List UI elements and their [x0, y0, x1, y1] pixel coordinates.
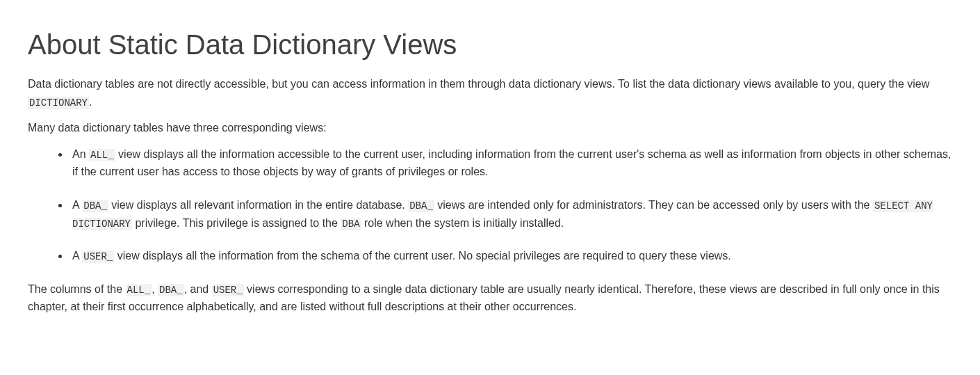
- intro-paragraph-2: Many data dictionary tables have three c…: [28, 119, 952, 137]
- text: view displays all the information from t…: [114, 250, 731, 262]
- text: view displays all relevant information i…: [108, 199, 408, 211]
- code-all: ALL_: [126, 284, 152, 296]
- text: The columns of the: [28, 283, 126, 295]
- list-item: An ALL_ view displays all the informatio…: [70, 145, 952, 181]
- text: A: [72, 199, 82, 211]
- code-dba: DBA_: [408, 200, 434, 212]
- code-user: USER_: [212, 284, 244, 296]
- outro-paragraph: The columns of the ALL_, DBA_, and USER_…: [28, 280, 952, 316]
- text: views are intended only for administrato…: [434, 199, 873, 211]
- text: , and: [184, 283, 212, 295]
- code-user: USER_: [82, 250, 114, 263]
- views-list: An ALL_ view displays all the informatio…: [28, 145, 952, 265]
- code-dba-role: DBA: [341, 218, 361, 230]
- text: A: [72, 250, 82, 262]
- code-all: ALL_: [89, 149, 115, 161]
- text: ,: [152, 283, 158, 295]
- text: role when the system is initially instal…: [361, 217, 564, 229]
- text: privilege. This privilege is assigned to…: [132, 217, 341, 229]
- page-title: About Static Data Dictionary Views: [28, 28, 952, 61]
- list-item: A USER_ view displays all the informatio…: [70, 247, 952, 265]
- text: Data dictionary tables are not directly …: [28, 78, 929, 90]
- text: .: [89, 96, 92, 108]
- code-dba: DBA_: [158, 284, 184, 296]
- code-dba: DBA_: [82, 200, 108, 212]
- text: view displays all the information access…: [72, 148, 951, 178]
- list-item: A DBA_ view displays all relevant inform…: [70, 196, 952, 232]
- text: An: [72, 148, 89, 160]
- intro-paragraph-1: Data dictionary tables are not directly …: [28, 75, 952, 111]
- code-dictionary: DICTIONARY: [28, 97, 89, 109]
